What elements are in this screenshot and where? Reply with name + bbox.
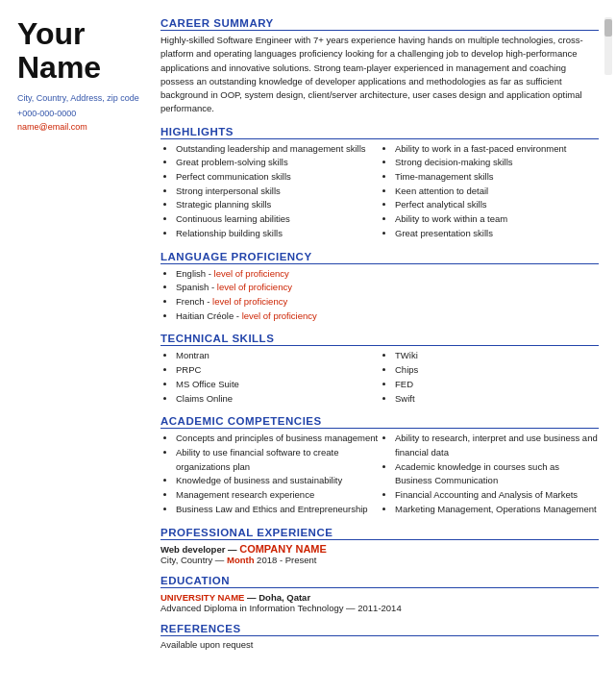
experience-title: PROFESSIONAL EXPERIENCE [160, 527, 599, 540]
list-item: Relationship building skills [176, 227, 380, 241]
edu-school-line: UNIVERSITY NAME — Doha, Qatar [160, 591, 599, 603]
list-item: Chips [395, 363, 599, 378]
tech-col1: Montran PRPC MS Office Suite Claims Onli… [160, 349, 380, 406]
list-item: Great presentation skills [395, 227, 599, 241]
sidebar: Your Name City, Country, Address, zip co… [0, 17, 149, 650]
name-line1: Your [17, 16, 86, 51]
exp-role-line: Web developer — COMPANY NAME [160, 543, 599, 555]
list-item: English - level of proficiency [176, 267, 599, 282]
career-summary-title: CAREER SUMMARY [160, 17, 599, 31]
list-item: Continuous learning abilities [176, 212, 380, 227]
lang-level: level of proficiency [242, 310, 317, 321]
list-item: Haitian Créole - level of proficiency [176, 309, 599, 324]
list-item: Strong decision-making skills [395, 156, 599, 170]
email: name@email.com [17, 122, 139, 132]
name-line2: Name [17, 50, 101, 85]
list-item: Knowledge of business and sustainability [176, 474, 380, 488]
list-item: Business Law and Ethics and Entrepreneur… [176, 503, 380, 517]
scrollbar-track[interactable] [604, 17, 612, 75]
main-content: CAREER SUMMARY Highly-skilled Software E… [149, 17, 616, 650]
list-item: FED [395, 378, 599, 392]
list-item: Academic knowledge in courses such as Bu… [395, 460, 599, 488]
list-item: Ability to research, interpret and use b… [395, 432, 599, 459]
list-item: Ability to work within a team [395, 212, 599, 227]
academic-list: Concepts and principles of business mana… [160, 432, 599, 516]
edu-school: UNIVERSITY NAME [160, 592, 244, 603]
experience-item: Web developer — COMPANY NAME City, Count… [160, 543, 599, 565]
highlights-list: Outstanding leadership and management sk… [160, 142, 599, 241]
list-item: Marketing Management, Operations Managem… [395, 503, 599, 517]
edu-degree: Advanced Diploma in Information Technolo… [160, 603, 599, 613]
education-item: UNIVERSITY NAME — Doha, Qatar Advanced D… [160, 591, 599, 613]
list-item: Spanish - level of proficiency [176, 281, 599, 295]
language-list: English - level of proficiency Spanish -… [160, 267, 599, 324]
technical-title: TECHNICAL SKILLS [160, 333, 599, 346]
acad-col1: Concepts and principles of business mana… [160, 432, 380, 516]
phone: +000-000-0000 [17, 109, 139, 118]
list-item: Outstanding leadership and management sk… [176, 142, 380, 157]
list-item: Perfect analytical skills [395, 198, 599, 212]
list-item: Concepts and principles of business mana… [176, 432, 380, 446]
exp-role: Web developer — [160, 544, 239, 555]
highlights-col2: Ability to work in a fast-paced environm… [380, 142, 599, 241]
list-item: MS Office Suite [176, 378, 380, 392]
list-item: Great problem-solving skills [176, 156, 380, 170]
address: City, Country, Address, zip code [17, 92, 139, 105]
list-item: Time-management skills [395, 170, 599, 185]
lang-level: level of proficiency [214, 268, 289, 279]
list-item: TWiki [395, 349, 599, 363]
list-item: Ability to use financial software to cre… [176, 446, 380, 474]
education-title: EDUCATION [160, 575, 599, 588]
list-item: Ability to work in a fast-paced environm… [395, 142, 599, 157]
list-item: Swift [395, 392, 599, 407]
list-item: Perfect communication skills [176, 170, 380, 185]
exp-company: COMPANY NAME [239, 543, 327, 555]
list-item: Montran [176, 349, 380, 363]
exp-location: City, Country — Month 2018 - Present [160, 555, 599, 565]
scrollbar-thumb[interactable] [604, 19, 612, 37]
acad-col2: Ability to research, interpret and use b… [380, 432, 599, 516]
technical-list: Montran PRPC MS Office Suite Claims Onli… [160, 349, 599, 406]
highlights-col1: Outstanding leadership and management sk… [160, 142, 380, 241]
exp-month: Month [227, 555, 255, 565]
list-item: French - level of proficiency [176, 295, 599, 309]
lang-level: level of proficiency [212, 296, 287, 307]
references-title: REFERENCES [160, 623, 599, 636]
list-item: Keen attention to detail [395, 185, 599, 199]
exp-city: City, Country — [160, 555, 227, 565]
full-name: Your Name [17, 17, 139, 85]
highlights-title: HIGHLIGHTS [160, 126, 599, 139]
list-item: Claims Online [176, 392, 380, 407]
list-item: Strategic planning skills [176, 198, 380, 212]
edu-school-suffix: — Doha, Qatar [244, 592, 310, 603]
academic-title: ACADEMIC COMPETENCIES [160, 415, 599, 429]
lang-level: level of proficiency [217, 282, 292, 292]
references-body: Available upon request [160, 639, 599, 650]
language-title: LANGUAGE PROFICIENCY [160, 251, 599, 264]
career-summary-body: Highly-skilled Software Engineer with 7+… [160, 34, 599, 116]
list-item: Financial Accounting and Analysis of Mar… [395, 488, 599, 503]
exp-date: 2018 - Present [254, 555, 316, 565]
list-item: Strong interpersonal skills [176, 185, 380, 199]
tech-col2: TWiki Chips FED Swift [380, 349, 599, 406]
list-item: Management research experience [176, 488, 380, 503]
list-item: PRPC [176, 363, 380, 378]
